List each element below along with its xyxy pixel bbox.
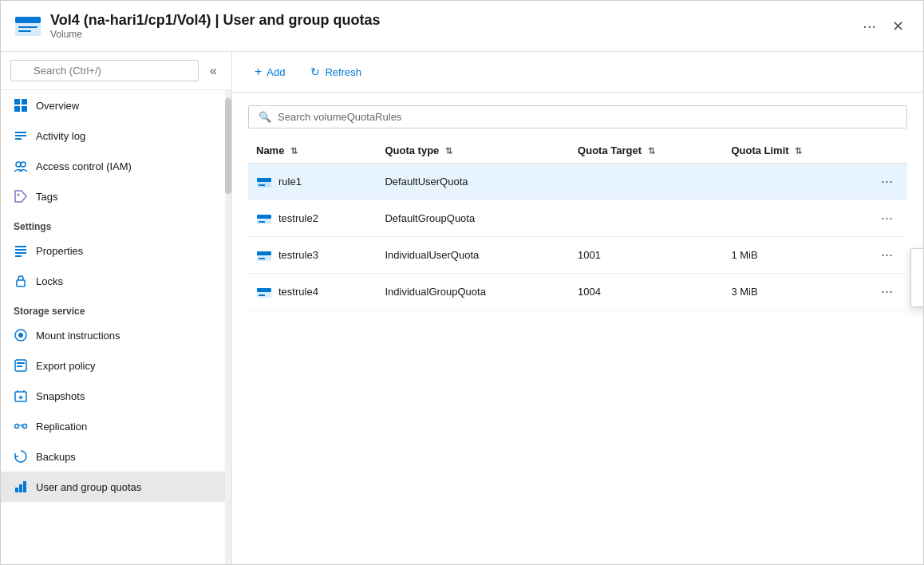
cell-name: testrule2 <box>248 200 377 237</box>
cell-quota-target: 1004 <box>570 274 723 310</box>
user-group-quotas-label: User and group quotas <box>36 481 141 493</box>
export-label: Export policy <box>36 360 95 372</box>
svg-rect-39 <box>257 251 271 255</box>
svg-rect-5 <box>22 99 27 105</box>
replication-icon <box>14 419 28 433</box>
backups-label: Backups <box>36 451 76 463</box>
access-icon <box>14 159 28 173</box>
svg-rect-36 <box>257 215 271 219</box>
svg-point-26 <box>20 397 22 399</box>
cell-quota-type: IndividualGroupQuota <box>377 274 570 310</box>
svg-rect-3 <box>18 30 31 32</box>
table-row[interactable]: rule1DefaultUserQuota··· <box>248 164 907 200</box>
row-more-button[interactable]: ··· <box>875 282 899 302</box>
edit-icon <box>922 257 923 270</box>
context-menu-edit[interactable]: Edit <box>911 249 923 278</box>
table-row[interactable]: testrule3IndividualUserQuota10011 MiB··· <box>248 237 907 274</box>
cell-quota-type: DefaultUserQuota <box>377 164 570 200</box>
delete-icon <box>922 286 923 298</box>
quota-limit-sort-icon: ⇅ <box>795 146 802 156</box>
add-button[interactable]: + Add <box>248 61 291 82</box>
refresh-label: Refresh <box>325 66 361 78</box>
table-row[interactable]: testrule2DefaultGroupQuota··· <box>248 200 907 237</box>
main-layout: 🔍 « Overview Activity log <box>1 52 923 564</box>
col-actions <box>867 138 907 164</box>
sidebar-scroll: Overview Activity log Access control (IA… <box>1 90 231 564</box>
svg-rect-23 <box>17 365 22 367</box>
cell-name-value: rule1 <box>278 176 302 188</box>
cell-more-actions: ··· <box>867 200 907 237</box>
col-quota-limit[interactable]: Quota Limit ⇅ <box>723 138 867 164</box>
svg-rect-15 <box>15 249 26 251</box>
app-window: Vol4 (na-hari1/cp1/Vol4) | User and grou… <box>0 0 924 565</box>
sidebar-item-user-group-quotas[interactable]: User and group quotas <box>1 472 231 502</box>
cell-quota-target <box>570 164 723 200</box>
cell-quota-type: IndividualUserQuota <box>377 237 570 274</box>
svg-rect-1 <box>15 17 41 23</box>
svg-rect-18 <box>17 280 25 286</box>
backups-icon <box>14 449 28 464</box>
sidebar-item-locks[interactable]: Locks <box>1 266 231 296</box>
add-label: Add <box>267 66 285 78</box>
cell-quota-limit: 1 MiB <box>723 237 867 274</box>
refresh-icon: ↻ <box>310 65 320 78</box>
more-options-icon[interactable]: ··· <box>863 17 876 35</box>
svg-rect-7 <box>22 106 27 112</box>
locks-icon <box>14 274 28 288</box>
settings-section-label: Settings <box>1 211 231 235</box>
sidebar-item-export-policy[interactable]: Export policy <box>1 350 231 381</box>
overview-label: Overview <box>36 100 79 112</box>
svg-rect-22 <box>17 362 25 364</box>
tags-icon <box>14 189 28 203</box>
sidebar-item-mount-instructions[interactable]: Mount instructions <box>1 320 231 350</box>
col-name[interactable]: Name ⇅ <box>248 138 377 164</box>
quota-type-sort-icon: ⇅ <box>445 146 452 156</box>
overview-icon <box>14 98 28 113</box>
snapshots-icon <box>14 389 28 403</box>
table-row[interactable]: testrule4IndividualGroupQuota10043 MiB··… <box>248 274 907 310</box>
sidebar-item-access-control[interactable]: Access control (IAM) <box>1 151 231 181</box>
cell-quota-limit: 3 MiB <box>723 274 867 310</box>
resource-type: Volume <box>50 29 863 40</box>
scrollbar-thumb[interactable] <box>225 98 231 194</box>
col-quota-target[interactable]: Quota Target ⇅ <box>570 138 723 164</box>
cell-name: rule1 <box>248 164 377 200</box>
collapse-button[interactable]: « <box>205 62 222 80</box>
table-search-bar[interactable]: 🔍 Search volumeQuotaRules <box>248 105 907 128</box>
sidebar-item-overview[interactable]: Overview <box>1 90 231 121</box>
cell-quota-type: DefaultGroupQuota <box>377 200 570 237</box>
sidebar-item-backups[interactable]: Backups <box>1 441 231 472</box>
mount-label: Mount instructions <box>36 330 120 342</box>
search-input[interactable] <box>10 60 199 81</box>
svg-point-20 <box>18 333 23 338</box>
sidebar-item-snapshots[interactable]: Snapshots <box>1 381 231 411</box>
export-icon <box>14 358 28 373</box>
row-more-button[interactable]: ··· <box>875 208 899 228</box>
row-more-button[interactable]: ··· <box>875 245 899 265</box>
sidebar: 🔍 « Overview Activity log <box>1 52 232 564</box>
refresh-button[interactable]: ↻ Refresh <box>304 62 368 81</box>
col-quota-type[interactable]: Quota type ⇅ <box>377 138 570 164</box>
svg-rect-43 <box>259 294 265 296</box>
sidebar-item-properties[interactable]: Properties <box>1 235 231 266</box>
sidebar-item-activity-log[interactable]: Activity log <box>1 121 231 151</box>
row-more-button[interactable]: ··· <box>875 172 899 192</box>
cell-quota-target <box>570 200 723 237</box>
mount-icon <box>14 328 28 342</box>
table-search-icon: 🔍 <box>259 111 271 123</box>
svg-point-27 <box>15 425 19 429</box>
sidebar-item-replication[interactable]: Replication <box>1 411 231 441</box>
close-button[interactable]: ✕ <box>886 14 910 38</box>
tags-label: Tags <box>36 191 57 203</box>
svg-rect-2 <box>18 26 38 28</box>
locks-label: Locks <box>36 275 63 287</box>
title-bar: Vol4 (na-hari1/cp1/Vol4) | User and grou… <box>1 1 923 52</box>
svg-rect-42 <box>257 288 271 292</box>
toolbar: + Add ↻ Refresh <box>232 52 923 93</box>
svg-rect-16 <box>15 252 26 254</box>
cell-name-value: testrule4 <box>278 286 318 298</box>
access-label: Access control (IAM) <box>36 160 132 172</box>
context-menu-delete[interactable]: Delete <box>911 278 923 306</box>
sidebar-item-tags[interactable]: Tags <box>1 181 231 211</box>
table-area: 🔍 Search volumeQuotaRules Name ⇅ Quota t… <box>232 93 923 564</box>
